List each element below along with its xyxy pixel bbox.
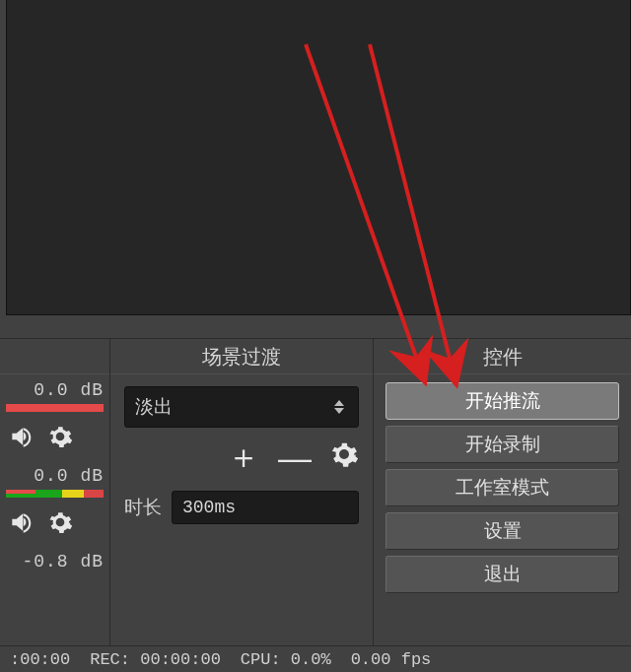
transition-select[interactable]: 淡出 [124, 386, 359, 428]
mixer-panel: 0.0 dB 0.0 dB -0.8 dB [0, 339, 110, 645]
start-stream-button[interactable]: 开始推流 [386, 382, 619, 420]
mixer-channel-1: 0.0 dB [0, 374, 109, 416]
speaker-icon[interactable] [8, 424, 34, 454]
transition-select-value: 淡出 [135, 394, 330, 420]
duration-value: 300ms [182, 498, 236, 517]
mixer-meter-1 [6, 404, 104, 412]
duration-label: 时长 [124, 495, 162, 520]
mixer-header [0, 339, 109, 374]
mixer-db-2: 0.0 dB [6, 466, 104, 486]
mixer-db-3: -0.8 dB [6, 552, 104, 571]
status-fps: 0.00 fps [341, 650, 442, 669]
mixer-meter-2 [6, 490, 104, 498]
exit-button[interactable]: 退出 [386, 556, 619, 593]
transition-settings-button[interactable] [329, 438, 359, 477]
duration-input[interactable]: 300ms [172, 491, 359, 524]
gear-icon[interactable] [47, 424, 73, 454]
mixer-channel-2: 0.0 dB [0, 460, 109, 502]
studio-mode-button[interactable]: 工作室模式 [386, 469, 619, 506]
add-transition-button[interactable]: ＋ [227, 435, 260, 480]
bottom-panels: 0.0 dB 0.0 dB -0.8 dB 场 [0, 338, 631, 645]
remove-transition-button[interactable]: — [278, 438, 312, 477]
status-time: :00:00 [0, 650, 80, 669]
status-rec: REC: 00:00:00 [80, 650, 231, 669]
controls-header: 控件 [374, 339, 631, 374]
transitions-panel: 场景过渡 淡出 ＋ — 时长 300ms [110, 339, 374, 645]
mixer-db-1: 0.0 dB [6, 380, 104, 400]
chevron-updown-icon [330, 400, 348, 414]
preview-area [0, 0, 631, 335]
controls-panel: 控件 开始推流 开始录制 工作室模式 设置 退出 [374, 339, 631, 645]
gear-icon[interactable] [47, 509, 73, 540]
transitions-header: 场景过渡 [110, 339, 373, 374]
mixer-channel-3: -0.8 dB [0, 546, 109, 575]
settings-button[interactable]: 设置 [386, 512, 619, 550]
speaker-icon[interactable] [8, 509, 34, 540]
start-record-button[interactable]: 开始录制 [386, 426, 619, 463]
preview-canvas [6, 0, 631, 315]
status-bar: :00:00 REC: 00:00:00 CPU: 0.0% 0.00 fps [0, 645, 631, 672]
status-cpu: CPU: 0.0% [231, 650, 341, 669]
